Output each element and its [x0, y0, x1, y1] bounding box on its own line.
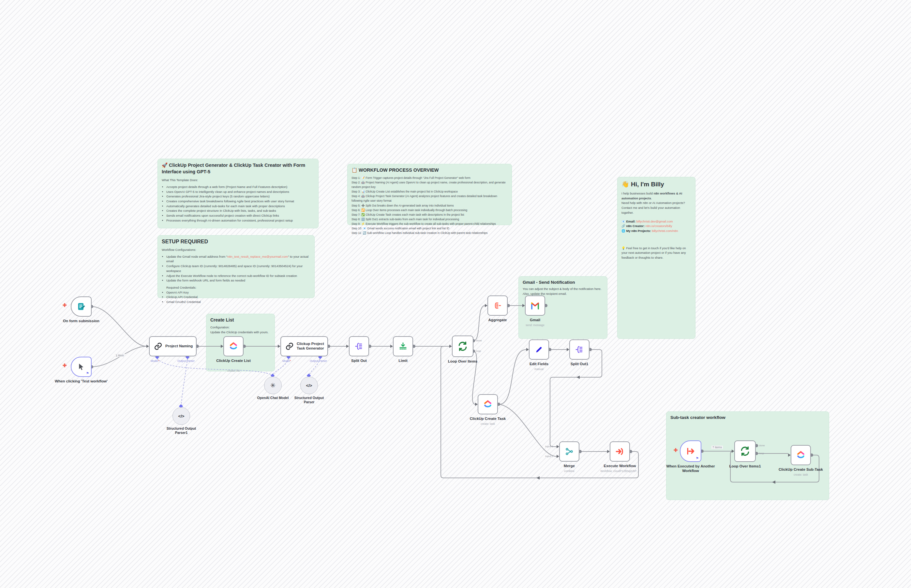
node-label: ClickUp Create Sub-Task [773, 467, 828, 472]
node-clickup-create-task[interactable]: ClickUp Create Task create: task [478, 394, 498, 414]
node-label: On form submission [53, 318, 109, 323]
loop-loop-label: loop [476, 349, 481, 352]
node-when-executed[interactable]: ⚑ When Executed by Another Workflow [680, 441, 701, 462]
gmail-icon [530, 300, 540, 310]
node-on-form-submission[interactable]: On form submission [71, 296, 92, 317]
code-parser-icon: </> [178, 414, 185, 418]
loop1-loop-label: loop [759, 452, 764, 455]
node-subtitle: create: task [460, 422, 515, 425]
node-loop-over-items1[interactable]: Loop Over Items1 [734, 441, 756, 462]
node-clickup-create-subtask[interactable]: ClickUp Create Sub-Task create: task [791, 445, 811, 465]
node-label: ClickUp Create Task [460, 416, 515, 421]
trigger-pin-icon: ✚ [63, 302, 67, 308]
node-execute-workflow[interactable]: Execute Workflow Workflow: cloudP12BhqqV… [610, 441, 630, 462]
code-parser-icon: </> [306, 383, 312, 388]
sub-workflow-trigger-icon [686, 446, 695, 456]
node-task-generator[interactable]: Clickup Project Task Generator [280, 336, 328, 356]
node-label: Gmail [507, 318, 563, 322]
merge-icon [565, 447, 574, 456]
ai-agent-chain-icon [154, 342, 162, 351]
clickup-icon [483, 399, 493, 409]
node-label: Execute Workflow [592, 464, 648, 468]
trigger-pin-icon: ✚ [63, 363, 67, 368]
node-label: When clicking 'Test workflow' [53, 379, 109, 383]
form-trigger-icon [77, 302, 86, 311]
limit-icon [399, 342, 408, 351]
aggregate-icon [493, 301, 502, 310]
node-merge[interactable]: Merge combine [559, 441, 579, 462]
node-label: When Executed by Another Workflow [666, 464, 715, 473]
port-label-text: Model [282, 359, 290, 363]
node-label: Structured Output Parser1 [162, 426, 201, 435]
loop-icon [457, 341, 468, 352]
node-label: Merge [541, 464, 597, 468]
edge-item-count: 1 item [115, 354, 125, 357]
edge-item-count: 7 items [712, 446, 723, 449]
required-asterisk: * [158, 359, 159, 363]
trigger-pin-icon: ✚ [674, 447, 678, 453]
loop-done-label: done [476, 339, 482, 342]
workflow-canvas[interactable]: 🚀 ClickUp Project Generator & ClickUp Ta… [0, 0, 911, 588]
node-label: Loop Over Items1 [717, 464, 773, 468]
node-split-out[interactable]: Split Out [349, 336, 369, 356]
node-subtitle: create: task [773, 473, 828, 476]
pinned-data-icon: ⚑ [696, 457, 699, 460]
connection-layer [0, 0, 911, 588]
pencil-icon [535, 345, 543, 354]
node-structured-output-parser[interactable]: </> Structured Output Parser [300, 376, 318, 394]
node-label: ClickUp Create List [206, 359, 261, 363]
node-label: Clickup Project Task Generator [297, 342, 326, 351]
port-label-model: Model* [282, 359, 291, 363]
node-gmail[interactable]: Gmail send: message [525, 296, 545, 316]
node-label: Loop Over Items [435, 359, 490, 363]
node-subtitle: Workflow: cloudP12BhqqVbP… [587, 469, 652, 473]
node-edit-fields[interactable]: Edit Fields manual [529, 339, 549, 360]
port-label-model: Model* [151, 359, 159, 363]
required-asterisk: * [290, 359, 291, 363]
node-label: Project Naming [165, 344, 193, 349]
merge-input2-label: Input 2 [545, 455, 553, 458]
node-loop-over-items[interactable]: Loop Over Items [452, 336, 473, 357]
edge-form-to-naming [92, 307, 146, 346]
node-when-clicking-test[interactable]: ⚑ When clicking 'Test workflow' [71, 357, 92, 377]
merge-input1-label: Input 1 [545, 445, 553, 448]
node-label: OpenAI Chat Model [253, 396, 292, 400]
node-openai-chat-model[interactable]: ✳ OpenAI Chat Model [264, 376, 282, 394]
split-out-icon [354, 342, 363, 351]
edge-createtask-to-editfields [499, 349, 526, 404]
node-label: Split Out1 [552, 362, 607, 366]
node-subtitle: create: list [206, 369, 261, 372]
port-label-output-parser: Output Parser [177, 359, 195, 363]
port-label-text: Model [151, 359, 158, 363]
node-limit[interactable]: Limit [393, 336, 413, 356]
edge-createtask-to-merge2 [499, 404, 557, 456]
node-clickup-create-list[interactable]: ClickUp Create List create: list [223, 336, 243, 356]
node-aggregate[interactable]: Aggregate [488, 296, 508, 316]
split-out-icon [575, 345, 584, 354]
execute-workflow-icon [615, 447, 624, 456]
ai-agent-chain-icon [285, 342, 294, 351]
edge-naming-parser1 [181, 359, 188, 405]
node-split-out1[interactable]: Split Out1 [569, 339, 590, 360]
loop-icon [740, 446, 750, 456]
node-project-naming[interactable]: Project Naming [149, 336, 197, 356]
port-label-output-parser: Output Parser [310, 359, 327, 363]
clickup-icon [796, 450, 806, 460]
openai-icon: ✳ [270, 381, 276, 389]
clickup-icon [229, 341, 238, 351]
node-label: Structured Output Parser [290, 396, 329, 404]
pinned-data-icon: ⚑ [86, 372, 89, 375]
edge-loop-done-to-aggregate [473, 305, 485, 341]
cursor-icon [77, 363, 86, 371]
node-structured-output-parser1[interactable]: </> Structured Output Parser1 [172, 407, 190, 425]
node-subtitle: send: message [507, 323, 563, 327]
loop1-done-label: done [759, 444, 765, 447]
node-subtitle: manual [511, 367, 567, 371]
node-label: Limit [375, 359, 431, 363]
